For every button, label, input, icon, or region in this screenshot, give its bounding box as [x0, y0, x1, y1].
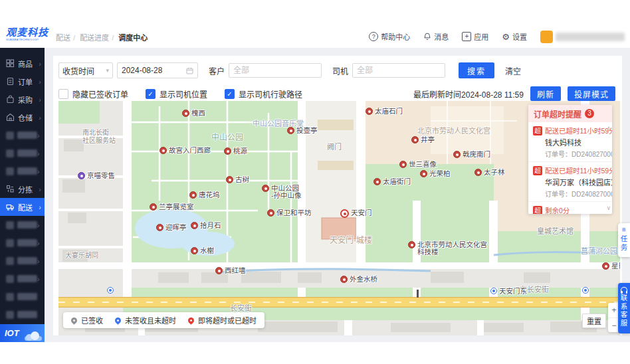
checkbox-显示司机行驶路径[interactable]: ✓显示司机行驶路径 — [225, 88, 302, 100]
poi-marker-icon — [373, 178, 381, 185]
sorting-icon — [6, 185, 15, 193]
cast-mode-button[interactable]: 投屏模式 — [568, 86, 615, 101]
poi-marker-icon — [182, 110, 189, 117]
apps-label: 应用 — [474, 31, 488, 42]
messages-button[interactable]: 消息 — [423, 31, 449, 42]
redacted-icon — [6, 239, 14, 247]
sidebar-item-redacted[interactable]: › — [0, 162, 45, 180]
map-poi-投壶亭[interactable]: 投壶亭 — [287, 127, 318, 134]
scroll-up-icon[interactable]: ∧ — [606, 125, 611, 132]
chevron-right-icon: › — [37, 167, 40, 175]
time-type-select[interactable]: 收货时间 ▾ — [58, 62, 113, 78]
map-poi-槐西[interactable]: 槐西 — [182, 110, 205, 117]
map-poi-水榭[interactable]: 水榭 — [191, 247, 214, 254]
map-poi-太庙街门[interactable]: 太庙街门 — [373, 178, 411, 185]
map-poi-metro[interactable] — [582, 287, 589, 294]
sidebar-item-delivery[interactable]: 配送› — [0, 198, 45, 216]
poi-label: 天安门东 — [499, 288, 527, 295]
sidebar-item-sorting[interactable]: 分拣› — [0, 180, 45, 198]
map-poi-太子林[interactable]: 太子林 — [474, 169, 505, 176]
poi-label: 古树 — [235, 176, 249, 183]
sidebar-item-warehouse[interactable]: 仓储› — [0, 108, 45, 126]
map-poi-天安门东[interactable]: 天安门东 — [490, 288, 527, 295]
user-account[interactable] — [540, 31, 625, 43]
customer-label: 客户 — [209, 65, 225, 76]
sidebar-item-purchase[interactable]: 采购› — [0, 90, 45, 108]
sidebar-item-redacted[interactable]: › — [0, 216, 45, 234]
apps-button[interactable]: + 应用 — [462, 31, 488, 42]
legend-label: 未签收且未超时 — [125, 315, 176, 325]
timeout-order-item[interactable]: 超配送已超时11小时59分钱大妈科技订单号：DD24082700005 — [528, 122, 612, 162]
map-poi-桃源[interactable]: 桃源 — [224, 147, 247, 155]
checkbox-隐藏已签收订单[interactable]: 隐藏已签收订单 — [58, 88, 128, 100]
map-poi-星巴克咖啡[interactable]: 星巴克咖啡 — [602, 262, 620, 270]
driver-input[interactable] — [352, 63, 445, 78]
map-poi-世三喜像[interactable]: 世三喜像 — [399, 161, 437, 168]
sidebar-item-redacted[interactable] — [0, 288, 45, 306]
customer-input[interactable] — [229, 63, 322, 78]
refresh-button[interactable]: 刷新 — [530, 86, 561, 101]
sidebar-item-redacted[interactable]: › — [0, 144, 45, 162]
map-poi-古树[interactable]: 古树 — [226, 176, 249, 183]
sidebar-item-redacted[interactable]: › — [0, 252, 45, 270]
sidebar-item-redacted[interactable]: › — [0, 234, 45, 252]
chevron-right-icon: › — [39, 203, 41, 211]
map-poi-中山公园[interactable]: 中山公园-孙中山像 — [262, 185, 302, 199]
map-poi-天安门[interactable]: 天安门 — [340, 209, 372, 218]
map-canvas[interactable]: 中山公园中山公园音乐堂南北长街 社区服务站阙门北京市劳动人民文化宫天安门-城楼菖… — [58, 101, 620, 335]
area-label-长安街: 长安街 — [230, 304, 252, 312]
map-poi-故宫入门西廊[interactable]: 故宫入门西廊 — [159, 147, 211, 154]
order-timeout-panel: 订单超时提醒 3 超配送已超时11小时59分钱大妈科技订单号：DD2408270… — [528, 105, 612, 214]
sidebar-item-orders[interactable]: 订单› — [0, 72, 45, 90]
map-poi-北京市劳动人民文化宫[interactable]: 北京市劳动人民文化宫科技楼 — [408, 241, 487, 256]
metro-station-icon — [490, 288, 497, 294]
map-poi-保卫和平坊[interactable]: 保卫和平坊 — [267, 209, 312, 217]
sidebar-item-redacted[interactable]: › — [0, 126, 45, 144]
map-poi-外金水桥[interactable]: 外金水桥 — [340, 276, 377, 283]
map-poi-兰亭展览室[interactable]: 兰亭展览室 — [150, 203, 194, 211]
iot-banner[interactable]: IOT — [0, 324, 45, 342]
clear-button[interactable]: 清空 — [505, 65, 521, 76]
map-poi-井亭[interactable]: 井亭 — [411, 136, 435, 143]
redacted-icon — [6, 167, 14, 175]
app-logo[interactable]: 观麦科技 GUANMAITECHNOLOGY — [6, 27, 50, 41]
checkbox-显示司机位置[interactable]: ✓显示司机位置 — [146, 88, 207, 100]
map-poi-西红墙[interactable]: 西红墙 — [215, 267, 246, 274]
settings-button[interactable]: ⚙ 设置 — [502, 31, 527, 42]
poi-marker-icon — [215, 267, 223, 274]
poi-marker-icon — [78, 172, 85, 179]
sidebar-item-label: 配送 — [18, 202, 39, 213]
timeout-order-item[interactable]: 超配送已超时11小时59分华润万家（科技园店）2订单号：DD2408270000… — [528, 162, 612, 202]
date-picker[interactable]: 2024-08-28 — [117, 62, 198, 78]
map-poi-光荣柏[interactable]: 光荣柏 — [420, 170, 451, 177]
contact-support-tab[interactable]: 联系客服 — [618, 283, 630, 333]
map-poi-太庙石门[interactable]: 太庙石门 — [366, 108, 403, 115]
sidebar-item-redacted[interactable]: › — [0, 270, 45, 288]
map-poi-唐花坞[interactable]: 唐花坞 — [189, 191, 220, 199]
help-center-button[interactable]: ? 帮助中心 — [369, 31, 410, 42]
map-reset-button[interactable]: 重置 — [582, 314, 606, 328]
poi-marker-icon — [150, 203, 157, 211]
redacted-label — [17, 275, 37, 282]
map-poi-拾月石[interactable]: 拾月石 — [191, 222, 221, 229]
map-poi-metro[interactable] — [107, 287, 114, 294]
sidebar-item-redacted[interactable] — [0, 306, 45, 323]
map-poi-戟庑南门[interactable]: 戟庑南门 — [453, 151, 490, 158]
breadcrumb-separator: / — [112, 34, 114, 42]
timeout-order-item[interactable]: 超剩余0分华润万家（科技园店）2 — [528, 202, 612, 214]
poi-label: 太庙石门 — [375, 108, 403, 115]
map-poi-京喵零售[interactable]: 京喵零售 — [78, 172, 115, 179]
breadcrumb-item[interactable]: 配送进度 — [80, 34, 109, 42]
poi-marker-icon — [191, 222, 198, 229]
gear-icon: ⚙ — [502, 33, 510, 41]
task-tab[interactable]: ≡ 任务 — [618, 223, 630, 257]
poi-marker-icon — [226, 176, 233, 183]
sidebar-item-goods[interactable]: 商品› — [0, 54, 45, 72]
scroll-down-icon[interactable]: ∨ — [606, 205, 611, 211]
cloud-icon — [25, 331, 42, 339]
breadcrumb-item[interactable]: 配送 — [56, 34, 70, 42]
map-poi-迎晖亭[interactable]: 迎晖亭 — [156, 224, 187, 231]
search-button[interactable]: 搜索 — [459, 62, 494, 78]
poi-marker-icon — [453, 151, 461, 158]
poi-marker-icon — [474, 169, 482, 176]
